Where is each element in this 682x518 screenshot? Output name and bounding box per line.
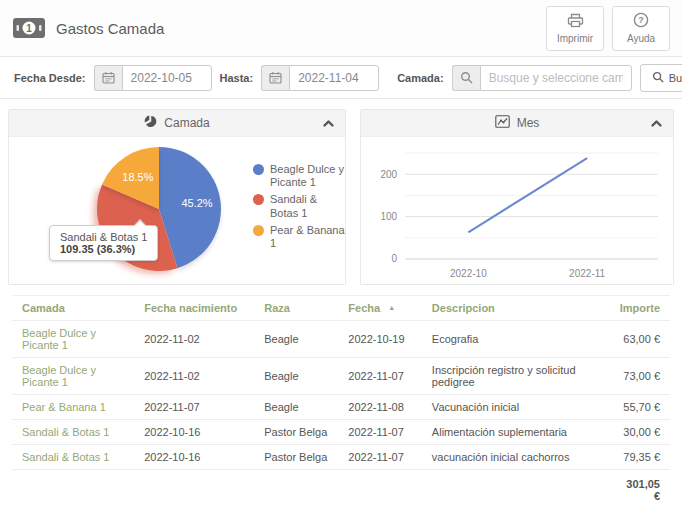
column-header-fecha-nacimiento[interactable]: Fecha nacimiento bbox=[134, 296, 254, 321]
x-axis-tick: 2022-11 bbox=[569, 268, 605, 279]
table-cell: Pastor Belga bbox=[254, 445, 338, 470]
table-row: Sandali & Botas 12022-10-16Pastor Belga2… bbox=[12, 420, 670, 445]
mes-panel-header: Mes bbox=[361, 110, 673, 137]
camada-search-group bbox=[452, 65, 632, 91]
filter-bar: Fecha Desde: Hasta: bbox=[0, 57, 682, 99]
table-cell: Alimentación suplementaria bbox=[422, 420, 610, 445]
collapse-mes-panel-button[interactable] bbox=[648, 115, 665, 134]
importe-cell: 79,35 € bbox=[610, 445, 670, 470]
table-cell: 2022-11-07 bbox=[338, 445, 422, 470]
table-cell: 2022-11-02 bbox=[134, 321, 254, 358]
y-axis-tick: 0 bbox=[392, 254, 398, 265]
legend-dot-icon bbox=[253, 194, 264, 205]
legend-label: Sandali & Botas 1 bbox=[270, 193, 345, 219]
buscar-button[interactable]: Buscar bbox=[640, 64, 682, 92]
imprimir-label: Imprimir bbox=[557, 33, 593, 44]
chevron-up-icon bbox=[650, 117, 663, 132]
table-row: Beagle Dulce y Picante 12022-11-02Beagle… bbox=[12, 321, 670, 358]
table-cell: 2022-11-08 bbox=[338, 395, 422, 420]
table-row: Pear & Banana 12022-11-07Beagle2022-11-0… bbox=[12, 395, 670, 420]
y-axis-tick: 100 bbox=[380, 211, 397, 222]
importe-cell: 55,70 € bbox=[610, 395, 670, 420]
camada-panel-title: Camada bbox=[164, 116, 209, 130]
pie-tooltip: Sandali & Botas 1 109.35 (36.3%) bbox=[49, 225, 158, 261]
fecha-desde-label: Fecha Desde: bbox=[14, 72, 86, 84]
tooltip-value: 109.35 (36.3%) bbox=[60, 243, 147, 255]
line-chart-area: 01002002022-102022-11 bbox=[361, 137, 673, 284]
camada-link[interactable]: Sandali & Botas 1 bbox=[12, 420, 134, 445]
svg-text:1: 1 bbox=[26, 23, 32, 34]
printer-icon bbox=[567, 13, 584, 30]
expense-table-body: Beagle Dulce y Picante 12022-11-02Beagle… bbox=[12, 321, 670, 470]
table-cell: Beagle bbox=[254, 358, 338, 395]
column-header-raza[interactable]: Raza bbox=[254, 296, 338, 321]
ayuda-button[interactable]: ? Ayuda bbox=[612, 6, 670, 51]
table-header-row: Camada Fecha nacimiento Raza Fecha▲ Desc… bbox=[12, 296, 670, 321]
legend-dot-icon bbox=[253, 225, 264, 236]
legend-dot-icon bbox=[253, 164, 264, 175]
table-cell: Inscripción registro y solicitud pedigre… bbox=[422, 358, 610, 395]
help-icon: ? bbox=[633, 12, 649, 30]
hasta-label: Hasta: bbox=[220, 72, 254, 84]
table-row: Beagle Dulce y Picante 12022-11-02Beagle… bbox=[12, 358, 670, 395]
table-cell: Ecografia bbox=[422, 321, 610, 358]
pie-slice-label: 45.2% bbox=[181, 197, 212, 209]
top-header: 1 Gastos Camada Imprimir ? A bbox=[0, 0, 682, 57]
legend-item[interactable]: Beagle Dulce y Picante 1 bbox=[253, 163, 345, 189]
table-cell: Beagle bbox=[254, 395, 338, 420]
buscar-label: Buscar bbox=[669, 72, 682, 84]
camada-label: Camada: bbox=[397, 72, 443, 84]
importe-cell: 73,00 € bbox=[610, 358, 670, 395]
camada-panel-header: Camada bbox=[9, 110, 345, 137]
legend-item[interactable]: Sandali & Botas 1 bbox=[253, 193, 345, 219]
legend-label: Beagle Dulce y Picante 1 bbox=[270, 163, 345, 189]
camada-link[interactable]: Beagle Dulce y Picante 1 bbox=[12, 358, 134, 395]
hasta-group bbox=[261, 65, 379, 91]
search-icon bbox=[452, 65, 480, 91]
table-cell: Beagle bbox=[254, 321, 338, 358]
legend-label: Pear & Banana 1 bbox=[270, 224, 345, 250]
total-row: 301,05 € bbox=[12, 470, 670, 511]
column-header-importe[interactable]: Importe bbox=[610, 296, 670, 321]
table-cell: vacunación inicial cachorros bbox=[422, 445, 610, 470]
table-cell: 2022-11-07 bbox=[338, 358, 422, 395]
pie-chart-area: 45.2%36.3%18.5% Beagle Dulce y Picante 1… bbox=[9, 137, 345, 284]
expenses-table-wrap: Camada Fecha nacimiento Raza Fecha▲ Desc… bbox=[12, 295, 670, 510]
fecha-desde-input[interactable] bbox=[122, 65, 212, 91]
collapse-camada-panel-button[interactable] bbox=[320, 115, 337, 134]
hasta-input[interactable] bbox=[289, 65, 379, 91]
table-cell: 2022-11-07 bbox=[338, 420, 422, 445]
legend-item[interactable]: Pear & Banana 1 bbox=[253, 224, 345, 250]
table-cell: 2022-11-07 bbox=[134, 395, 254, 420]
search-icon bbox=[652, 71, 664, 85]
camada-link[interactable]: Pear & Banana 1 bbox=[12, 395, 134, 420]
x-axis-tick: 2022-10 bbox=[450, 268, 487, 279]
camada-link[interactable]: Beagle Dulce y Picante 1 bbox=[12, 321, 134, 358]
table-cell: 2022-11-02 bbox=[134, 358, 254, 395]
page-title: Gastos Camada bbox=[56, 20, 164, 37]
imprimir-button[interactable]: Imprimir bbox=[546, 6, 604, 51]
y-axis-tick: 200 bbox=[380, 169, 397, 180]
importe-cell: 63,00 € bbox=[610, 321, 670, 358]
chevron-up-icon bbox=[322, 117, 335, 132]
column-header-fecha[interactable]: Fecha▲ bbox=[338, 296, 422, 321]
pie-slice-label: 18.5% bbox=[122, 171, 153, 183]
ayuda-label: Ayuda bbox=[627, 33, 655, 44]
tooltip-title: Sandali & Botas 1 bbox=[60, 231, 147, 243]
table-cell: 2022-10-16 bbox=[134, 445, 254, 470]
charts-row: Camada 45.2%36.3%18.5% Beagle Dulce y Pi… bbox=[8, 109, 674, 285]
camada-link[interactable]: Sandali & Botas 1 bbox=[12, 445, 134, 470]
table-row: Sandali & Botas 12022-10-16Pastor Belga2… bbox=[12, 445, 670, 470]
line-chart-icon bbox=[495, 115, 510, 131]
money-bill-icon: 1 bbox=[12, 16, 46, 40]
column-header-camada[interactable]: Camada bbox=[12, 296, 134, 321]
table-cell: 2022-10-19 bbox=[338, 321, 422, 358]
mes-panel: Mes 01002002022-102022-11 bbox=[360, 109, 674, 285]
column-header-descripcion[interactable]: Descripcion bbox=[422, 296, 610, 321]
table-cell: Pastor Belga bbox=[254, 420, 338, 445]
line-chart[interactable]: 01002002022-102022-11 bbox=[361, 137, 673, 284]
camada-search-input[interactable] bbox=[480, 65, 632, 91]
calendar-icon[interactable] bbox=[94, 65, 122, 91]
calendar-icon[interactable] bbox=[261, 65, 289, 91]
importe-cell: 30,00 € bbox=[610, 420, 670, 445]
